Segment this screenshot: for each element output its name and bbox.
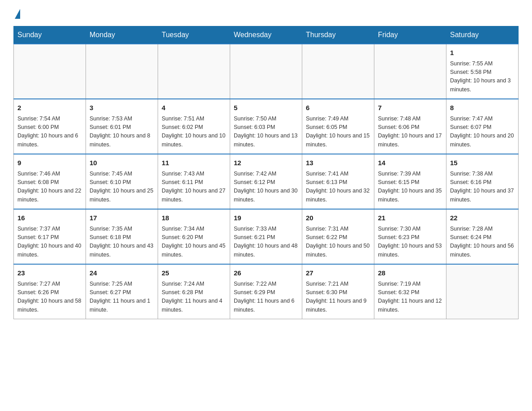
day-number: 19 bbox=[234, 213, 298, 223]
calendar-cell: 8Sunrise: 7:47 AMSunset: 6:07 PMDaylight… bbox=[446, 99, 519, 154]
calendar-cell bbox=[374, 44, 446, 99]
day-info: Sunrise: 7:21 AMSunset: 6:30 PMDaylight:… bbox=[306, 280, 370, 315]
calendar-cell: 26Sunrise: 7:22 AMSunset: 6:29 PMDayligh… bbox=[230, 264, 302, 319]
calendar-cell: 6Sunrise: 7:49 AMSunset: 6:05 PMDaylight… bbox=[302, 99, 374, 154]
calendar-cell: 24Sunrise: 7:25 AMSunset: 6:27 PMDayligh… bbox=[86, 264, 158, 319]
calendar-cell: 18Sunrise: 7:34 AMSunset: 6:20 PMDayligh… bbox=[158, 209, 230, 264]
weekday-header-tuesday: Tuesday bbox=[158, 26, 230, 44]
weekday-header-friday: Friday bbox=[374, 26, 446, 44]
calendar-table: SundayMondayTuesdayWednesdayThursdayFrid… bbox=[13, 26, 519, 319]
calendar-cell: 16Sunrise: 7:37 AMSunset: 6:17 PMDayligh… bbox=[14, 209, 86, 264]
day-info: Sunrise: 7:25 AMSunset: 6:27 PMDaylight:… bbox=[90, 280, 154, 315]
day-number: 1 bbox=[450, 48, 515, 58]
day-info: Sunrise: 7:54 AMSunset: 6:00 PMDaylight:… bbox=[17, 115, 82, 150]
calendar-cell: 9Sunrise: 7:46 AMSunset: 6:08 PMDaylight… bbox=[14, 154, 86, 209]
calendar-cell: 7Sunrise: 7:48 AMSunset: 6:06 PMDaylight… bbox=[374, 99, 446, 154]
day-number: 5 bbox=[234, 103, 298, 113]
day-info: Sunrise: 7:42 AMSunset: 6:12 PMDaylight:… bbox=[234, 170, 298, 205]
day-info: Sunrise: 7:38 AMSunset: 6:16 PMDaylight:… bbox=[450, 170, 515, 205]
day-info: Sunrise: 7:51 AMSunset: 6:02 PMDaylight:… bbox=[162, 115, 226, 150]
calendar-cell: 20Sunrise: 7:31 AMSunset: 6:22 PMDayligh… bbox=[302, 209, 374, 264]
day-number: 13 bbox=[306, 158, 370, 168]
calendar-cell: 27Sunrise: 7:21 AMSunset: 6:30 PMDayligh… bbox=[302, 264, 374, 319]
day-info: Sunrise: 7:37 AMSunset: 6:17 PMDaylight:… bbox=[17, 225, 82, 260]
calendar-cell: 15Sunrise: 7:38 AMSunset: 6:16 PMDayligh… bbox=[446, 154, 519, 209]
calendar-cell: 25Sunrise: 7:24 AMSunset: 6:28 PMDayligh… bbox=[158, 264, 230, 319]
day-info: Sunrise: 7:27 AMSunset: 6:26 PMDaylight:… bbox=[17, 280, 82, 315]
day-info: Sunrise: 7:24 AMSunset: 6:28 PMDaylight:… bbox=[162, 280, 226, 315]
day-info: Sunrise: 7:30 AMSunset: 6:23 PMDaylight:… bbox=[378, 225, 442, 260]
weekday-header-sunday: Sunday bbox=[14, 26, 86, 44]
calendar-cell: 3Sunrise: 7:53 AMSunset: 6:01 PMDaylight… bbox=[86, 99, 158, 154]
day-info: Sunrise: 7:39 AMSunset: 6:15 PMDaylight:… bbox=[378, 170, 442, 205]
week-row-5: 23Sunrise: 7:27 AMSunset: 6:26 PMDayligh… bbox=[14, 264, 519, 319]
day-info: Sunrise: 7:46 AMSunset: 6:08 PMDaylight:… bbox=[17, 170, 82, 205]
day-number: 25 bbox=[162, 268, 226, 278]
calendar-cell: 17Sunrise: 7:35 AMSunset: 6:18 PMDayligh… bbox=[86, 209, 158, 264]
day-info: Sunrise: 7:33 AMSunset: 6:21 PMDaylight:… bbox=[234, 225, 298, 260]
day-number: 15 bbox=[450, 158, 515, 168]
calendar-cell: 10Sunrise: 7:45 AMSunset: 6:10 PMDayligh… bbox=[86, 154, 158, 209]
calendar-cell: 28Sunrise: 7:19 AMSunset: 6:32 PMDayligh… bbox=[374, 264, 446, 319]
day-number: 27 bbox=[306, 268, 370, 278]
day-number: 12 bbox=[234, 158, 298, 168]
weekday-header-monday: Monday bbox=[86, 26, 158, 44]
day-number: 26 bbox=[234, 268, 298, 278]
day-info: Sunrise: 7:47 AMSunset: 6:07 PMDaylight:… bbox=[450, 115, 515, 150]
day-info: Sunrise: 7:41 AMSunset: 6:13 PMDaylight:… bbox=[306, 170, 370, 205]
calendar-cell bbox=[446, 264, 519, 319]
day-number: 11 bbox=[162, 158, 226, 168]
day-info: Sunrise: 7:48 AMSunset: 6:06 PMDaylight:… bbox=[378, 115, 442, 150]
day-number: 14 bbox=[378, 158, 442, 168]
day-info: Sunrise: 7:45 AMSunset: 6:10 PMDaylight:… bbox=[90, 170, 154, 205]
day-info: Sunrise: 7:55 AMSunset: 5:58 PMDaylight:… bbox=[450, 60, 515, 94]
calendar-cell: 13Sunrise: 7:41 AMSunset: 6:13 PMDayligh… bbox=[302, 154, 374, 209]
calendar-cell: 22Sunrise: 7:28 AMSunset: 6:24 PMDayligh… bbox=[446, 209, 519, 264]
day-number: 3 bbox=[90, 103, 154, 113]
day-number: 23 bbox=[17, 268, 82, 278]
day-number: 22 bbox=[450, 213, 515, 223]
day-info: Sunrise: 7:31 AMSunset: 6:22 PMDaylight:… bbox=[306, 225, 370, 260]
day-info: Sunrise: 7:28 AMSunset: 6:24 PMDaylight:… bbox=[450, 225, 515, 260]
calendar-cell: 19Sunrise: 7:33 AMSunset: 6:21 PMDayligh… bbox=[230, 209, 302, 264]
calendar-cell: 12Sunrise: 7:42 AMSunset: 6:12 PMDayligh… bbox=[230, 154, 302, 209]
calendar-cell: 5Sunrise: 7:50 AMSunset: 6:03 PMDaylight… bbox=[230, 99, 302, 154]
day-number: 16 bbox=[17, 213, 82, 223]
calendar-cell: 2Sunrise: 7:54 AMSunset: 6:00 PMDaylight… bbox=[14, 99, 86, 154]
calendar-cell bbox=[302, 44, 374, 99]
page-header bbox=[13, 9, 519, 18]
weekday-header-row: SundayMondayTuesdayWednesdayThursdayFrid… bbox=[14, 26, 519, 44]
day-number: 28 bbox=[378, 268, 442, 278]
day-number: 7 bbox=[378, 103, 442, 113]
calendar-cell bbox=[230, 44, 302, 99]
weekday-header-saturday: Saturday bbox=[446, 26, 519, 44]
calendar-cell: 11Sunrise: 7:43 AMSunset: 6:11 PMDayligh… bbox=[158, 154, 230, 209]
day-number: 9 bbox=[17, 158, 82, 168]
calendar-cell: 14Sunrise: 7:39 AMSunset: 6:15 PMDayligh… bbox=[374, 154, 446, 209]
day-info: Sunrise: 7:34 AMSunset: 6:20 PMDaylight:… bbox=[162, 225, 226, 260]
day-number: 21 bbox=[378, 213, 442, 223]
day-info: Sunrise: 7:53 AMSunset: 6:01 PMDaylight:… bbox=[90, 115, 154, 150]
week-row-4: 16Sunrise: 7:37 AMSunset: 6:17 PMDayligh… bbox=[14, 209, 519, 264]
day-info: Sunrise: 7:49 AMSunset: 6:05 PMDaylight:… bbox=[306, 115, 370, 150]
day-info: Sunrise: 7:22 AMSunset: 6:29 PMDaylight:… bbox=[234, 280, 298, 315]
day-info: Sunrise: 7:50 AMSunset: 6:03 PMDaylight:… bbox=[234, 115, 298, 150]
weekday-header-thursday: Thursday bbox=[302, 26, 374, 44]
day-number: 10 bbox=[90, 158, 154, 168]
day-number: 6 bbox=[306, 103, 370, 113]
day-number: 24 bbox=[90, 268, 154, 278]
day-info: Sunrise: 7:35 AMSunset: 6:18 PMDaylight:… bbox=[90, 225, 154, 260]
day-info: Sunrise: 7:43 AMSunset: 6:11 PMDaylight:… bbox=[162, 170, 226, 205]
day-number: 2 bbox=[17, 103, 82, 113]
week-row-2: 2Sunrise: 7:54 AMSunset: 6:00 PMDaylight… bbox=[14, 99, 519, 154]
calendar-cell bbox=[14, 44, 86, 99]
day-info: Sunrise: 7:19 AMSunset: 6:32 PMDaylight:… bbox=[378, 280, 442, 315]
week-row-3: 9Sunrise: 7:46 AMSunset: 6:08 PMDaylight… bbox=[14, 154, 519, 209]
logo bbox=[13, 9, 20, 18]
logo-triangle-icon bbox=[15, 9, 20, 19]
calendar-cell: 23Sunrise: 7:27 AMSunset: 6:26 PMDayligh… bbox=[14, 264, 86, 319]
week-row-1: 1Sunrise: 7:55 AMSunset: 5:58 PMDaylight… bbox=[14, 44, 519, 99]
calendar-cell: 4Sunrise: 7:51 AMSunset: 6:02 PMDaylight… bbox=[158, 99, 230, 154]
day-number: 18 bbox=[162, 213, 226, 223]
day-number: 8 bbox=[450, 103, 515, 113]
